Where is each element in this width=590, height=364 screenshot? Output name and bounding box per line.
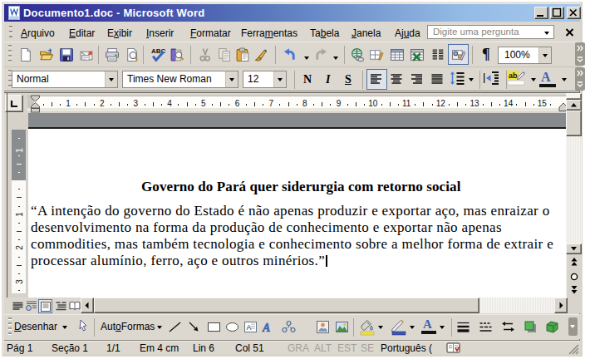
svg-text:A: A bbox=[247, 323, 252, 332]
svg-text:ABC: ABC bbox=[151, 47, 165, 55]
svg-text:ab: ab bbox=[509, 71, 518, 80]
svg-text:A: A bbox=[262, 322, 270, 334]
